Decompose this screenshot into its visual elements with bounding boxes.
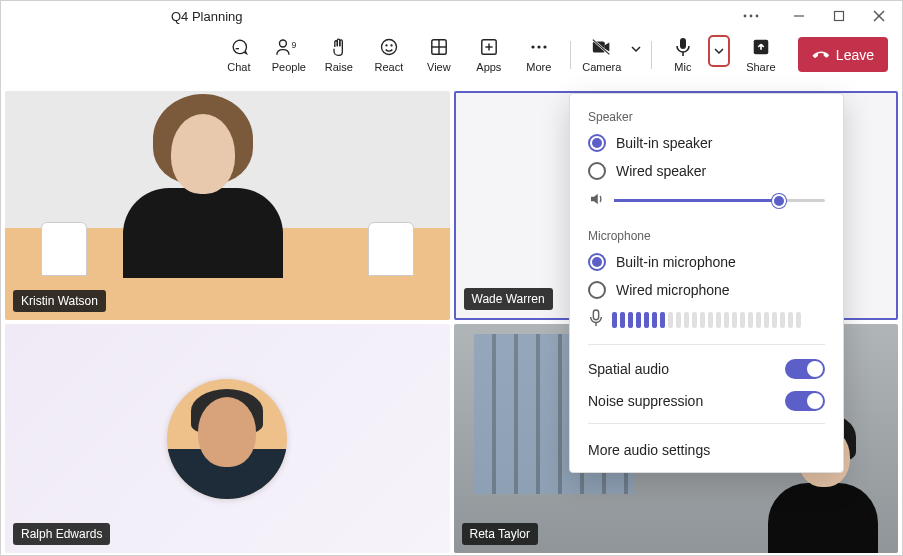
more-icon (530, 35, 548, 59)
mic-builtin-label: Built-in microphone (616, 254, 736, 270)
mic-wired-label: Wired microphone (616, 282, 730, 298)
video-tile-ralph[interactable]: Ralph Edwards (5, 324, 450, 553)
mic-level-bar (644, 312, 649, 328)
speaker-option-builtin[interactable]: Built-in speaker (588, 134, 825, 152)
speaker-volume-icon (588, 190, 606, 211)
window-controls (738, 3, 892, 29)
svg-point-12 (391, 45, 392, 46)
chat-icon (229, 35, 249, 59)
noise-suppression-label: Noise suppression (588, 393, 703, 409)
decor-chair (41, 222, 87, 276)
raise-label: Raise (325, 61, 353, 73)
camera-options-chevron[interactable] (627, 35, 645, 63)
mic-level-bar (676, 312, 681, 328)
chat-button[interactable]: Chat (214, 35, 264, 73)
view-button[interactable]: View (414, 35, 464, 73)
volume-fill (614, 199, 779, 202)
mic-button[interactable]: Mic (658, 35, 708, 73)
svg-point-1 (750, 15, 753, 18)
volume-track[interactable] (614, 199, 825, 202)
apps-icon (480, 35, 498, 59)
speaker-volume-slider[interactable] (588, 190, 825, 211)
participant-name: Kristin Watson (13, 290, 106, 312)
spatial-audio-toggle[interactable] (785, 359, 825, 379)
camera-label: Camera (582, 61, 621, 73)
maximize-button[interactable] (826, 3, 852, 29)
participant-name: Ralph Edwards (13, 523, 110, 545)
window-title: Q4 Planning (171, 9, 243, 24)
people-button[interactable]: 9 People (264, 35, 314, 73)
mic-level-bar (756, 312, 761, 328)
participant-name: Reta Taylor (462, 523, 538, 545)
share-label: Share (746, 61, 775, 73)
microphone-section-title: Microphone (588, 229, 825, 243)
svg-text:9: 9 (291, 40, 296, 50)
svg-rect-22 (593, 42, 605, 53)
minimize-button[interactable] (786, 3, 812, 29)
react-label: React (374, 61, 403, 73)
mic-level-bar (612, 312, 617, 328)
video-tile-kristin[interactable]: Kristin Watson (5, 91, 450, 320)
mic-level-bar (660, 312, 665, 328)
mic-level-bars (612, 312, 825, 328)
mic-level-bar (700, 312, 705, 328)
toolbar: Chat 9 People Raise React View (1, 31, 902, 87)
speaker-option-wired[interactable]: Wired speaker (588, 162, 825, 180)
view-label: View (427, 61, 451, 73)
smiley-icon (379, 35, 399, 59)
titlebar: Q4 Planning (1, 1, 902, 31)
radio-checked-icon (588, 253, 606, 271)
participant-figure (171, 114, 283, 278)
people-label: People (272, 61, 306, 73)
mic-level-bar (772, 312, 777, 328)
mic-level-bar (708, 312, 713, 328)
mic-level-bar (740, 312, 745, 328)
toolbar-separator-2 (651, 41, 652, 69)
mic-level-bar (764, 312, 769, 328)
react-button[interactable]: React (364, 35, 414, 73)
leave-button[interactable]: Leave (798, 37, 888, 72)
more-button[interactable]: More (514, 35, 564, 73)
avatar (167, 379, 287, 499)
mic-level-bar (668, 312, 673, 328)
svg-rect-4 (835, 12, 844, 21)
hangup-icon (807, 42, 832, 67)
speaker-wired-label: Wired speaker (616, 163, 706, 179)
radio-unchecked-icon (588, 162, 606, 180)
chat-label: Chat (227, 61, 250, 73)
svg-rect-28 (593, 310, 598, 320)
more-audio-settings-link[interactable]: More audio settings (588, 438, 825, 458)
mic-level-bar (748, 312, 753, 328)
svg-point-11 (386, 45, 387, 46)
apps-button[interactable]: Apps (464, 35, 514, 73)
mic-option-wired[interactable]: Wired microphone (588, 281, 825, 299)
more-window-actions[interactable] (738, 3, 764, 29)
audio-options-flyout: Speaker Built-in speaker Wired speaker M… (569, 93, 844, 473)
raise-hand-button[interactable]: Raise (314, 35, 364, 73)
mic-options-chevron-highlighted[interactable] (708, 35, 730, 67)
svg-rect-25 (680, 38, 686, 49)
close-button[interactable] (866, 3, 892, 29)
mic-level-indicator (588, 309, 825, 330)
share-button[interactable]: Share (736, 35, 786, 73)
people-icon: 9 (276, 35, 302, 59)
speaker-section-title: Speaker (588, 110, 825, 124)
speaker-builtin-label: Built-in speaker (616, 135, 713, 151)
mic-level-bar (684, 312, 689, 328)
camera-button[interactable]: Camera (577, 35, 627, 73)
microphone-icon (674, 35, 692, 59)
svg-point-19 (531, 45, 534, 48)
spatial-audio-label: Spatial audio (588, 361, 669, 377)
noise-suppression-toggle[interactable] (785, 391, 825, 411)
grid-icon (430, 35, 448, 59)
mic-level-icon (588, 309, 604, 330)
svg-point-20 (537, 45, 540, 48)
volume-thumb[interactable] (772, 194, 786, 208)
mic-level-bar (724, 312, 729, 328)
mic-level-bar (652, 312, 657, 328)
mic-level-bar (628, 312, 633, 328)
mic-level-bar (780, 312, 785, 328)
mic-level-bar (796, 312, 801, 328)
svg-point-2 (756, 15, 759, 18)
mic-option-builtin[interactable]: Built-in microphone (588, 253, 825, 271)
